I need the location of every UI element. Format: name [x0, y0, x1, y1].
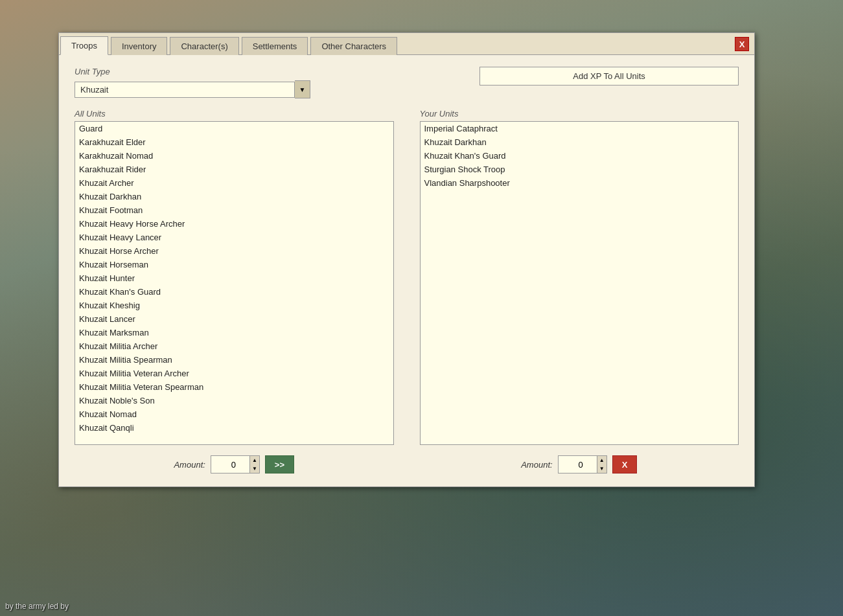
list-item[interactable]: Khuzait Lancer [75, 312, 393, 326]
list-item[interactable]: Imperial Cataphract [421, 122, 739, 135]
list-item[interactable]: Khuzait Darkhan [75, 190, 393, 203]
add-button[interactable]: >> [265, 455, 294, 473]
unit-type-section: Unit Type Khuzait ▼ [75, 67, 310, 98]
list-item[interactable]: Khuzait Militia Veteran Archer [75, 367, 393, 380]
left-amount-label: Amount: [174, 460, 205, 470]
close-button[interactable]: X [735, 37, 749, 51]
right-amount-input-wrap: ▲ ▼ [558, 455, 607, 473]
left-amount-input-wrap: ▲ ▼ [211, 455, 260, 473]
list-item[interactable]: Guard [75, 122, 393, 135]
left-amount-down[interactable]: ▼ [250, 464, 259, 473]
bottom-text: by the army led by [5, 602, 69, 611]
dialog: Troops Inventory Character(s) Settlement… [58, 32, 755, 487]
list-item[interactable]: Vlandian Sharpshooter [421, 176, 739, 190]
list-item[interactable]: Karakhuzait Nomad [75, 149, 393, 163]
remove-button[interactable]: X [612, 455, 638, 473]
list-item[interactable]: Khuzait Khan's Guard [75, 285, 393, 299]
list-item[interactable]: Khuzait Noble's Son [75, 394, 393, 407]
add-xp-button[interactable]: Add XP To All Units [479, 67, 739, 86]
unit-type-select-wrapper: Khuzait ▼ [75, 80, 310, 98]
lists-row: All Units GuardKarakhuzait ElderKarakhuz… [75, 109, 739, 445]
left-amount-up[interactable]: ▲ [250, 456, 259, 464]
unit-type-label: Unit Type [75, 67, 310, 76]
tab-bar: Troops Inventory Character(s) Settlement… [59, 33, 754, 55]
list-item[interactable]: Karakhuzait Elder [75, 135, 393, 149]
list-item[interactable]: Khuzait Kheshig [75, 299, 393, 312]
tab-settlements[interactable]: Settlements [242, 37, 308, 55]
right-amount-label: Amount: [521, 460, 552, 470]
list-item[interactable]: Karakhuzait Rider [75, 163, 393, 176]
list-item[interactable]: Khuzait Militia Spearman [75, 353, 393, 367]
list-item[interactable]: Khuzait Nomad [75, 407, 393, 421]
list-item[interactable]: Khuzait Militia Archer [75, 339, 393, 353]
unit-type-row: Unit Type Khuzait ▼ Add XP To All Units [75, 67, 739, 98]
all-units-label: All Units [75, 109, 394, 119]
tab-troops[interactable]: Troops [60, 36, 108, 55]
list-item[interactable]: Khuzait Horseman [75, 258, 393, 271]
list-item[interactable]: Khuzait Qanqli [75, 421, 393, 435]
your-units-section: Your Units Imperial CataphractKhuzait Da… [420, 109, 739, 445]
left-amount-section: Amount: ▲ ▼ >> [75, 455, 394, 473]
list-item[interactable]: Sturgian Shock Troop [421, 163, 739, 176]
list-item[interactable]: Khuzait Archer [75, 176, 393, 190]
list-item[interactable]: Khuzait Khan's Guard [421, 149, 739, 163]
list-item[interactable]: Khuzait Heavy Lancer [75, 231, 393, 244]
list-item[interactable]: Khuzait Footman [75, 203, 393, 217]
list-item[interactable]: Khuzait Marksman [75, 326, 393, 339]
unit-type-select[interactable]: Khuzait [75, 82, 295, 98]
list-item[interactable]: Khuzait Militia Veteran Spearman [75, 380, 393, 394]
tab-characters[interactable]: Character(s) [170, 37, 238, 55]
tab-inventory[interactable]: Inventory [111, 37, 167, 55]
all-units-list[interactable]: GuardKarakhuzait ElderKarakhuzait NomadK… [75, 121, 394, 445]
right-amount-section: Amount: ▲ ▼ X [420, 455, 739, 473]
all-units-section: All Units GuardKarakhuzait ElderKarakhuz… [75, 109, 394, 445]
left-amount-spinner: ▲ ▼ [249, 455, 260, 473]
list-item[interactable]: Khuzait Hunter [75, 271, 393, 285]
right-amount-spinner: ▲ ▼ [597, 455, 607, 473]
list-item[interactable]: Khuzait Heavy Horse Archer [75, 217, 393, 231]
right-amount-down[interactable]: ▼ [597, 464, 606, 473]
list-item[interactable]: Khuzait Darkhan [421, 135, 739, 149]
tab-other-characters[interactable]: Other Characters [310, 37, 397, 55]
select-arrow-icon[interactable]: ▼ [295, 80, 310, 98]
your-units-label: Your Units [420, 109, 739, 119]
right-amount-up[interactable]: ▲ [597, 456, 606, 464]
your-units-list[interactable]: Imperial CataphractKhuzait DarkhanKhuzai… [420, 121, 739, 445]
list-item[interactable]: Khuzait Horse Archer [75, 244, 393, 258]
right-amount-input[interactable] [558, 455, 597, 473]
bottom-row: Amount: ▲ ▼ >> Amount: ▲ ▼ [75, 455, 739, 473]
left-amount-input[interactable] [211, 455, 249, 473]
dialog-content: Unit Type Khuzait ▼ Add XP To All Units … [59, 55, 754, 486]
